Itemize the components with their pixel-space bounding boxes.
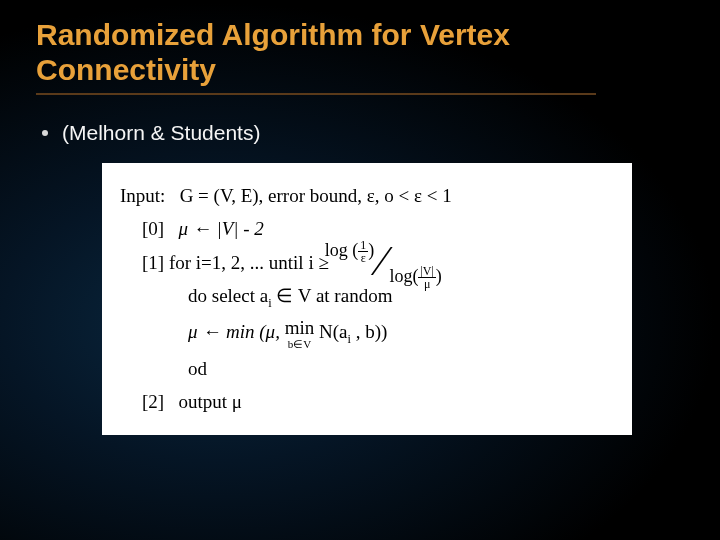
min-operator: minb∈V [285, 318, 315, 350]
slide: Randomized Algorithm for Vertex Connecti… [0, 0, 720, 540]
slide-title: Randomized Algorithm for Vertex Connecti… [36, 18, 684, 87]
algo-input-line: Input: G = (V, E), error bound, ε, o < ε… [120, 181, 614, 210]
step2-tag: [2] [142, 391, 164, 412]
mu-rhs-a: N(a [314, 321, 347, 342]
log-fraction: log (1ε) ∕ log(|V|μ) [335, 249, 432, 277]
frac-num-outer: log ( [325, 240, 359, 260]
title-underline [36, 93, 596, 95]
frac-num-inner: 1ε [358, 239, 368, 264]
frac-numerator: log (1ε) [325, 237, 375, 265]
frac-num-d: ε [359, 252, 368, 264]
algo-step-2: [2] output μ [120, 387, 614, 416]
frac-denominator: log(|V|μ) [389, 263, 441, 291]
algo-do-select: do select ai ∈ V at random [120, 281, 614, 313]
bullet-text: (Melhorn & Students) [62, 121, 260, 145]
od-text: od [188, 358, 207, 379]
frac-den-d: μ [422, 278, 432, 290]
frac-den-inner: |V|μ [418, 265, 435, 290]
bullet-row: (Melhorn & Students) [42, 121, 684, 145]
mu-lhs: μ ← min (μ, [188, 321, 285, 342]
step0-body: μ ← |V| - 2 [178, 218, 263, 239]
step2-body: output μ [178, 391, 242, 412]
frac-den-outer: log( [389, 266, 418, 286]
input-label: Input: [120, 185, 165, 206]
frac-num-close: ) [368, 240, 374, 260]
min-cond: b∈V [288, 339, 311, 350]
algo-od: od [120, 354, 614, 383]
step1-tag: [1] [142, 248, 164, 277]
algorithm-box: Input: G = (V, E), error bound, ε, o < ε… [102, 163, 632, 435]
do-select-head: do select a [188, 285, 268, 306]
frac-den-close: ) [436, 266, 442, 286]
mu-rhs-b: , b)) [351, 321, 387, 342]
min-op: min [285, 318, 315, 337]
algo-mu-update: μ ← min (μ, minb∈V N(ai , b)) [120, 317, 614, 350]
step1-for: for i=1, 2, ... until i ≥ [169, 248, 329, 277]
do-select-tail: ∈ V at random [272, 285, 393, 306]
input-text: G = (V, E), error bound, ε, o < ε < 1 [180, 185, 452, 206]
bullet-dot-icon [42, 130, 48, 136]
step0-tag: [0] [142, 218, 164, 239]
algo-step-1: [1] for i=1, 2, ... until i ≥ log (1ε) ∕… [120, 248, 614, 277]
